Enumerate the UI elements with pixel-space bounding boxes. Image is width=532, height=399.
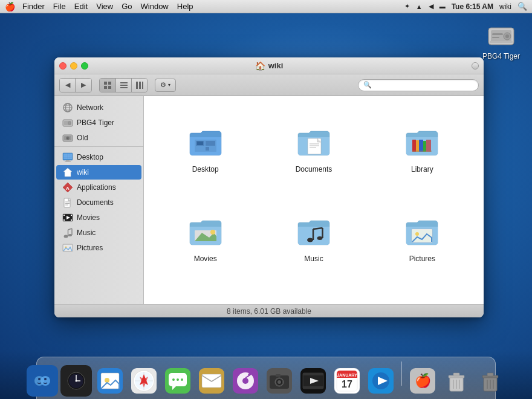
music-folder-label: Music — [304, 255, 323, 263]
applications-icon: A — [62, 182, 73, 193]
wifi-icon: ▲ — [416, 3, 423, 10]
view-buttons — [99, 78, 148, 92]
column-view-button[interactable] — [131, 79, 147, 92]
file-item-music[interactable]: Music — [262, 195, 365, 280]
file-item-pictures[interactable]: Pictures — [371, 195, 474, 280]
svg-point-117 — [181, 378, 183, 381]
svg-rect-43 — [63, 215, 65, 216]
sidebar-item-documents[interactable]: Documents — [56, 195, 141, 210]
sidebar-item-pictures[interactable]: Pictures — [56, 241, 141, 255]
svg-point-122 — [242, 378, 248, 384]
svg-text:JANUARY: JANUARY — [337, 373, 357, 377]
search-box[interactable]: 🔍 — [358, 79, 479, 91]
menu-file[interactable]: File — [53, 2, 66, 11]
spotlight-icon[interactable]: 🔍 — [517, 2, 527, 11]
statusbar: 8 items, 6.01 GB available — [54, 304, 484, 317]
sidebar-item-pbg4tiger[interactable]: PBG4 Tiger — [56, 115, 141, 130]
dock-item-iphoto[interactable] — [94, 365, 126, 397]
file-item-desktop[interactable]: Desktop — [154, 106, 257, 190]
sidebar: Network PBG4 Tiger Old — [54, 96, 144, 304]
dock-item-mail[interactable] — [196, 365, 227, 397]
dock-item-ichat[interactable] — [162, 365, 193, 397]
desktop: 🍎 Finder File Edit View Go Window Help ✦… — [0, 0, 532, 399]
nav-buttons: ◀ ▶ — [59, 78, 92, 92]
sidebar-item-wiki[interactable]: wiki — [56, 165, 141, 180]
svg-rect-119 — [202, 374, 221, 388]
svg-rect-6 — [490, 41, 513, 43]
svg-rect-11 — [120, 82, 128, 83]
file-item-documents[interactable]: Documents — [262, 106, 365, 190]
sidebar-item-applications[interactable]: A Applications — [56, 180, 141, 195]
svg-point-81 — [415, 232, 419, 236]
maximize-button[interactable] — [81, 62, 88, 70]
sidebar-item-movies[interactable]: Movies — [56, 210, 141, 225]
menu-finder[interactable]: Finder — [22, 2, 45, 11]
dock: 17JANUARY 🍎 — [0, 351, 532, 399]
dock-item-clock[interactable] — [60, 365, 92, 397]
sidebar-item-music[interactable]: Music — [56, 225, 141, 240]
svg-rect-32 — [63, 154, 72, 159]
old-icon — [62, 132, 73, 143]
battery-icon: ▬ — [440, 3, 446, 10]
close-button[interactable] — [59, 62, 66, 70]
menu-edit[interactable]: Edit — [74, 2, 88, 11]
menu-window[interactable]: Window — [141, 2, 169, 11]
dock-item-imovie[interactable] — [297, 365, 329, 397]
svg-point-93 — [41, 376, 50, 386]
dock-item-trash-full[interactable] — [475, 365, 506, 397]
file-item-movies[interactable]: Movies — [154, 195, 257, 280]
movies-folder-label: Movies — [194, 255, 217, 263]
file-item-public[interactable]: Public — [154, 285, 257, 304]
svg-rect-12 — [120, 85, 128, 86]
menu-view[interactable]: View — [96, 2, 113, 11]
svg-rect-133 — [303, 373, 323, 375]
movies-folder-icon — [186, 212, 225, 251]
dock-item-trash[interactable] — [441, 365, 472, 397]
back-button[interactable]: ◀ — [60, 79, 76, 92]
dock-item-itunes[interactable] — [230, 365, 261, 397]
documents-icon — [62, 197, 73, 208]
action-button[interactable]: ⚙ ▾ — [155, 79, 176, 92]
menubar-right: ✦ ▲ ◀ ▬ Tue 6:15 AM wiki 🔍 — [404, 2, 527, 11]
icon-view-button[interactable] — [100, 79, 115, 92]
dock-separator — [401, 362, 402, 386]
svg-rect-66 — [416, 140, 419, 152]
svg-point-48 — [64, 235, 68, 238]
hd-icon-image — [487, 21, 516, 50]
window-title: 🏠 wiki — [255, 61, 284, 71]
sidebar-movies-label: Movies — [77, 213, 100, 222]
svg-point-3 — [505, 34, 509, 38]
dock-item-quicktime[interactable] — [365, 365, 397, 397]
svg-text:17: 17 — [342, 379, 352, 389]
sidebar-documents-label: Documents — [77, 198, 114, 207]
sidebar-item-network[interactable]: Network — [56, 100, 141, 115]
list-view-button[interactable] — [115, 79, 131, 92]
svg-rect-34 — [65, 161, 71, 162]
apple-menu[interactable]: 🍎 — [5, 2, 15, 11]
dock-item-safari[interactable] — [128, 365, 160, 397]
dock-item-apple[interactable]: 🍎 — [407, 365, 438, 397]
sidebar-network-label: Network — [77, 103, 103, 112]
library-folder-label: Library — [411, 165, 433, 174]
desktop-hard-drive-icon[interactable]: PBG4 Tiger — [482, 21, 520, 60]
dock-item-camera[interactable] — [264, 365, 295, 397]
sidebar-item-old[interactable]: Old — [56, 131, 141, 145]
svg-point-115 — [172, 378, 175, 381]
search-input[interactable] — [374, 81, 473, 89]
dock-item-finder[interactable] — [27, 365, 58, 397]
desktop-sidebar-icon — [62, 152, 73, 163]
menu-help[interactable]: Help — [177, 2, 193, 11]
window-title-icon: 🏠 — [255, 61, 265, 71]
minimize-button[interactable] — [70, 62, 77, 70]
resize-button[interactable] — [472, 62, 479, 70]
forward-button[interactable]: ▶ — [76, 79, 91, 92]
dock-item-ical[interactable]: 17JANUARY — [331, 365, 363, 397]
file-item-library[interactable]: Library — [371, 106, 474, 190]
sidebar-item-desktop[interactable]: Desktop — [56, 150, 141, 164]
wiki-icon — [62, 167, 73, 178]
svg-rect-130 — [276, 374, 281, 377]
documents-folder-label: Documents — [296, 165, 332, 174]
menu-go[interactable]: Go — [122, 2, 132, 11]
svg-rect-16 — [142, 82, 143, 89]
file-item-sites[interactable]: Sites — [262, 285, 365, 304]
